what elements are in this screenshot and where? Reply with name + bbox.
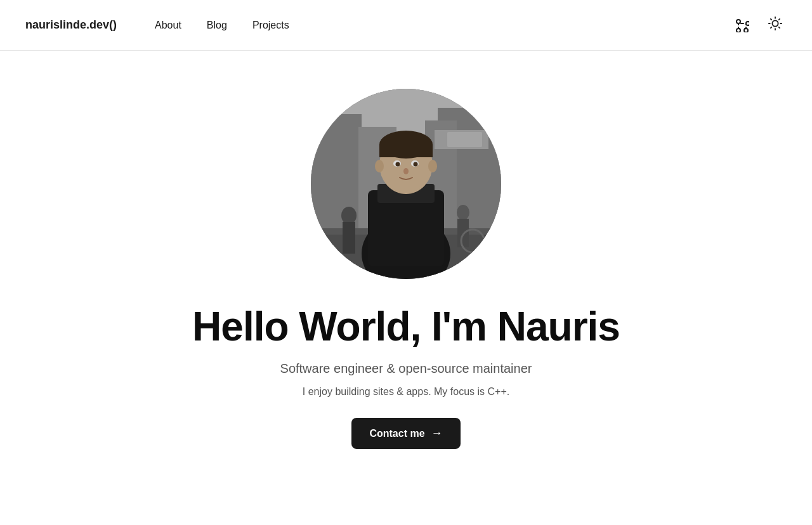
avatar-photo [311, 89, 501, 279]
navbar: naurislinde.dev() About Blog Projects [0, 0, 812, 51]
main-content: Hello World, I'm Nauris Software enginee… [0, 51, 812, 500]
svg-line-3 [771, 19, 771, 20]
hero-section: Hello World, I'm Nauris Software enginee… [192, 304, 620, 449]
nav-link-projects[interactable]: Projects [252, 20, 289, 31]
arrow-right-icon: → [431, 427, 443, 440]
nav-links: About Blog Projects [155, 20, 731, 31]
nav-link-blog[interactable]: Blog [207, 20, 227, 31]
svg-line-8 [779, 19, 780, 20]
svg-line-4 [779, 27, 780, 28]
svg-point-0 [772, 20, 778, 26]
hero-description: I enjoy building sites & apps. My focus … [192, 386, 620, 398]
contact-me-button[interactable]: Contact me → [351, 418, 460, 449]
contact-me-label: Contact me [369, 428, 424, 439]
command-palette-button[interactable] [731, 14, 754, 37]
nav-icons [731, 14, 787, 37]
theme-toggle-button[interactable] [764, 14, 787, 37]
svg-line-7 [771, 27, 771, 28]
sun-icon [768, 16, 782, 34]
hero-subtitle: Software engineer & open-source maintain… [192, 361, 620, 376]
nav-link-about[interactable]: About [155, 20, 181, 31]
hero-title: Hello World, I'm Nauris [192, 304, 620, 349]
site-logo[interactable]: naurislinde.dev() [25, 18, 117, 32]
avatar [311, 89, 501, 279]
command-icon [735, 18, 749, 32]
svg-rect-38 [311, 89, 501, 279]
